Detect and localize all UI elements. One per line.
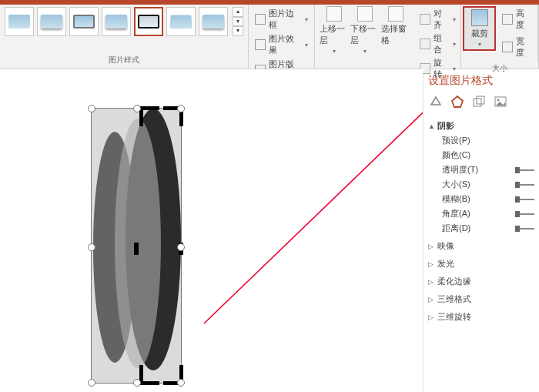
picture-border-menu[interactable]: 图片边框▾	[255, 8, 308, 31]
style-thumb-6[interactable]	[166, 7, 196, 36]
resize-handle-tr[interactable]	[177, 105, 185, 112]
send-backward-icon	[357, 6, 373, 22]
width-icon	[502, 42, 513, 52]
height-input[interactable]: 高度	[502, 8, 533, 31]
styles-group-title: 图片样式	[0, 53, 248, 67]
rotate-label: 旋转	[434, 57, 450, 80]
glow-section-toggle[interactable]: ▷发光	[428, 256, 534, 271]
crop-handle-tl[interactable]	[139, 106, 159, 126]
rotate3d-section-toggle[interactable]: ▷三维旋转	[428, 310, 534, 324]
align-icon	[420, 14, 430, 25]
picture-tab[interactable]	[493, 94, 508, 109]
picture-border-label: 图片边框	[269, 8, 302, 31]
shadow-color-label: 颜色(C)	[442, 149, 470, 161]
resize-handle-br[interactable]	[177, 379, 185, 387]
format-picture-panel: 设置图片格式 ▲阴影 预设(P) 颜色(C) 透明度(T) 大小(S) 模糊(B…	[423, 69, 539, 392]
shadow-color[interactable]: 颜色(C)	[428, 148, 534, 162]
svg-marker-4	[452, 96, 463, 107]
style-thumb-3[interactable]	[69, 7, 99, 36]
style-gallery-more[interactable]: ▴▾▾	[233, 7, 243, 36]
shadow-section-label: 阴影	[437, 120, 454, 132]
slide-canvas[interactable]	[0, 69, 423, 392]
shadow-angle[interactable]: 角度(A)	[428, 206, 534, 221]
resize-handle-bm[interactable]	[133, 379, 141, 387]
height-label: 高度	[516, 8, 533, 31]
slider-icon	[517, 228, 534, 230]
format3d-section-label: 三维格式	[437, 293, 471, 305]
style-thumb-1[interactable]	[5, 7, 34, 36]
picture-styles-gallery[interactable]: ▴▾▾	[0, 5, 248, 39]
style-thumb-4[interactable]	[102, 7, 131, 36]
format3d-section-toggle[interactable]: ▷三维格式	[428, 292, 534, 307]
selection-pane-label: 选择窗格	[381, 23, 410, 46]
crop-label: 裁剪	[471, 28, 488, 39]
selection-pane-icon	[388, 6, 403, 22]
slider-icon	[517, 184, 534, 186]
rotate3d-section-label: 三维旋转	[437, 311, 471, 323]
shadow-distance[interactable]: 距离(D)	[428, 221, 534, 236]
height-icon	[502, 14, 513, 25]
slider-icon	[517, 199, 534, 200]
svg-rect-6	[477, 96, 484, 104]
group-icon	[420, 39, 430, 49]
shadow-blur-label: 模糊(B)	[442, 193, 470, 205]
slider-icon	[517, 213, 534, 215]
align-menu[interactable]: 对齐▾	[420, 8, 455, 31]
send-backward-label: 下移一层	[350, 23, 380, 46]
effects-icon	[255, 39, 266, 50]
size-props-tab[interactable]	[471, 94, 487, 109]
reflection-section-toggle[interactable]: ▷映像	[428, 239, 534, 253]
shadow-transparency[interactable]: 透明度(T)	[428, 162, 534, 177]
crop-icon	[471, 9, 488, 26]
shadow-blur[interactable]: 模糊(B)	[428, 192, 534, 206]
slider-icon	[517, 169, 534, 171]
picture-effects-label: 图片效果	[269, 33, 302, 56]
style-thumb-2[interactable]	[37, 7, 66, 36]
crop-handle-left[interactable]	[134, 243, 139, 255]
crop-button[interactable]: 裁剪 ▾	[463, 6, 497, 51]
ribbon: ▴▾▾ 图片样式 图片边框▾ 图片效果▾ 图片版式▾ 上移一层▾ 下移一层▾ 选…	[0, 5, 539, 69]
svg-point-8	[497, 99, 500, 102]
picture-effects-menu[interactable]: 图片效果▾	[255, 33, 308, 56]
resize-handle-bl[interactable]	[88, 379, 95, 387]
width-label: 宽度	[516, 35, 533, 59]
rotate-menu[interactable]: 旋转▾	[420, 57, 455, 80]
border-icon	[255, 14, 266, 25]
selected-picture[interactable]	[91, 108, 182, 384]
resize-handle-ml[interactable]	[88, 243, 95, 251]
size-group-title: 大小	[461, 62, 538, 75]
style-thumb-5[interactable]	[134, 7, 163, 36]
shadow-distance-label: 距离(D)	[442, 223, 470, 234]
resize-handle-tm[interactable]	[133, 105, 141, 112]
width-input[interactable]: 宽度	[502, 35, 533, 59]
group-label: 组合	[434, 32, 450, 55]
group-menu[interactable]: 组合▾	[420, 32, 455, 55]
bring-forward-icon	[326, 6, 342, 22]
crop-handle-bl[interactable]	[139, 365, 159, 385]
shadow-size-label: 大小(S)	[442, 179, 470, 190]
style-thumb-7[interactable]	[199, 7, 228, 36]
softedges-section-toggle[interactable]: ▷柔化边缘	[428, 274, 534, 289]
shadow-section-toggle[interactable]: ▲阴影	[428, 119, 534, 133]
bring-forward-label: 上移一层	[320, 23, 349, 46]
shadow-preset[interactable]: 预设(P)	[428, 133, 534, 148]
resize-handle-mr[interactable]	[177, 243, 185, 251]
shadow-angle-label: 角度(A)	[442, 208, 470, 219]
svg-rect-5	[474, 99, 481, 106]
align-label: 对齐	[434, 8, 450, 31]
shadow-transparency-label: 透明度(T)	[442, 164, 478, 176]
shadow-size[interactable]: 大小(S)	[428, 177, 534, 192]
reflection-section-label: 映像	[437, 240, 454, 252]
shadow-preset-label: 预设(P)	[442, 135, 470, 146]
glow-section-label: 发光	[437, 258, 454, 270]
resize-handle-tl[interactable]	[88, 105, 95, 112]
softedges-section-label: 柔化边缘	[437, 276, 471, 287]
